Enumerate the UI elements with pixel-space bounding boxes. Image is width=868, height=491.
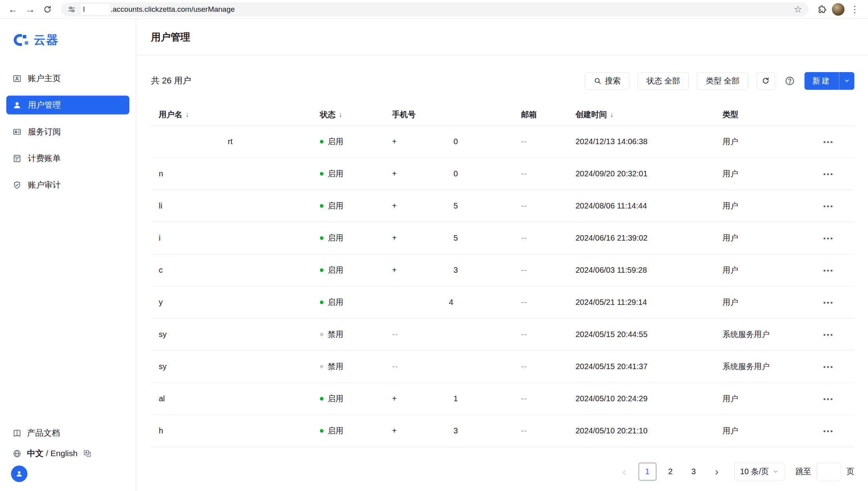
phone-cell: +0 [392,137,521,146]
extensions-icon[interactable] [815,2,830,17]
language-switcher[interactable]: 中文/English [0,444,136,463]
translate-icon [83,449,91,458]
table-row: c 启用 +3 -- 2024/06/03 11:59:28 用户 ••• [151,254,854,286]
user-icon [13,101,22,110]
logo-text: 云器 [34,32,59,48]
username: n [159,169,163,178]
lang-en[interactable]: English [51,449,78,458]
page-button-3[interactable]: 3 [685,463,703,480]
url-redacted-fragment: l [81,4,110,15]
row-actions-button[interactable]: ••• [823,331,834,339]
column-label: 创建时间 [576,109,607,120]
sidebar-item-docs[interactable]: 产品文档 [0,424,136,442]
table-row: h 启用 +3 -- 2024/05/10 20:21:10 用户 ••• [151,415,854,447]
back-icon[interactable]: ← [5,2,20,17]
account-row[interactable] [0,464,136,483]
page-title: 用户管理 [151,31,190,43]
row-actions-button[interactable]: ••• [823,299,834,306]
page-button-1[interactable]: 1 [639,463,656,480]
prev-page-button[interactable]: ‹ [616,463,633,480]
help-button[interactable] [783,72,797,90]
user-avatar[interactable] [11,466,27,482]
username: sy [159,362,167,371]
table-row: sy 禁用 -- -- 2024/05/15 20:41:37 系统服务用户 •… [151,351,854,383]
column-label: 类型 [723,109,738,120]
sort-desc-icon[interactable]: ↓ [185,111,189,119]
table-row: li 启用 +5 -- 2024/08/06 11:14:44 用户 ••• [151,190,854,222]
status-cell: 启用 [320,426,392,436]
logo[interactable]: 云器 [0,19,136,49]
username: rt [228,137,232,146]
shield-check-icon [13,181,22,190]
sidebar-item-billing[interactable]: 计费账单 [6,149,129,168]
sort-desc-icon[interactable]: ↓ [339,111,342,119]
column-header-status[interactable]: 状态 ↓ [320,109,392,120]
lang-separator: / [46,449,48,458]
column-header-username[interactable]: 用户名 ↓ [159,109,320,120]
created-time: 2024/05/10 20:24:29 [576,394,723,403]
id-card-icon [13,74,22,83]
sidebar-item-subscription[interactable]: 服务订阅 [6,122,129,141]
type-filter-button[interactable]: 类型 全部 [697,72,748,90]
sidebar-item-account-home[interactable]: 账户主页 [6,69,129,88]
column-header-phone: 手机号 [392,109,521,120]
sidebar-footer: 产品文档 中文/English [0,424,136,485]
email-cell: -- [521,394,576,403]
username: c [159,266,163,274]
create-button[interactable]: 新建 [804,72,839,90]
row-actions-button[interactable]: ••• [823,428,834,435]
created-time: 2024/09/20 20:32:01 [576,169,723,178]
username-cell: sy [159,330,320,339]
address-bar[interactable]: l .accounts.clickzetta.com/userManage ☆ [61,2,808,16]
jump-page-input[interactable] [817,463,841,480]
refresh-list-button[interactable] [756,72,775,90]
create-split-button: 新建 [804,72,854,90]
sidebar-item-label: 账户主页 [28,73,61,84]
sidebar-item-user-manage[interactable]: 用户管理 [6,96,129,114]
search-button[interactable]: 搜索 [585,72,630,90]
created-time: 2024/05/15 20:44:55 [576,330,723,339]
column-label: 邮箱 [521,109,537,120]
row-actions-button[interactable]: ••• [823,138,834,146]
column-label: 状态 [320,109,336,120]
row-actions-button[interactable]: ••• [823,203,834,210]
docs-label: 产品文档 [27,428,60,438]
url-text[interactable]: .accounts.clickzetta.com/userManage [111,5,235,14]
row-actions-button[interactable]: ••• [823,267,834,274]
browser-profile-avatar[interactable] [832,3,844,16]
page-size-select[interactable]: 10 条/页 [734,463,784,480]
next-page-button[interactable]: › [708,463,726,480]
username: h [159,426,163,435]
lang-zh[interactable]: 中文 [27,449,44,458]
type-filter-label: 类型 全部 [706,76,739,86]
column-label: 手机号 [392,109,416,120]
column-header-created[interactable]: 创建时间 ↓ [576,109,723,120]
browser-menu-icon[interactable]: ⋮ [847,4,863,15]
sort-desc-icon[interactable]: ↓ [610,111,614,119]
question-circle-icon [784,76,795,86]
create-dropdown-button[interactable] [839,72,854,90]
status-cell: 启用 [320,233,392,243]
row-actions-button[interactable]: ••• [823,235,834,242]
username-cell: rt [159,137,320,146]
page-button-2[interactable]: 2 [662,463,679,480]
refresh-icon[interactable] [40,2,55,17]
forward-icon[interactable]: → [23,2,38,17]
username: sy [159,330,167,339]
username: i [159,234,160,242]
row-actions-button[interactable]: ••• [823,363,834,371]
clickzetta-logo-icon [12,33,29,47]
status-filter-button[interactable]: 状态 全部 [637,72,689,90]
row-actions-button[interactable]: ••• [823,395,834,403]
phone-cell: +5 [392,234,521,243]
username-cell: li [159,201,320,210]
site-settings-icon[interactable] [67,5,76,14]
main: 用户管理 共 26 用户 搜索 状态 全部 类型 全 [136,19,868,491]
sidebar-item-audit[interactable]: 账户审计 [6,176,129,194]
status-dot [320,140,323,143]
phone-cell: -- [392,330,521,339]
row-actions-button[interactable]: ••• [823,170,834,178]
bookmark-star-icon[interactable]: ☆ [794,4,802,15]
email-cell: -- [521,298,576,307]
phone-cell: +0 [392,169,521,178]
